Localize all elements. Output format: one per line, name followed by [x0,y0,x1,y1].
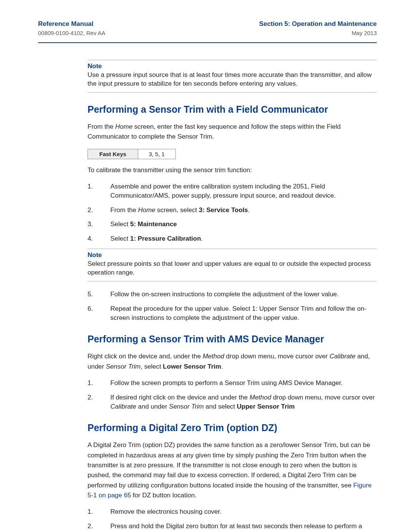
page-header: Reference Manual 00809-0100-4102, Rev AA… [38,20,377,37]
bold-label: 5: Maintenance [130,220,177,228]
steps-list: 5. Follow the on-screen instructions to … [88,290,377,322]
step-text: Follow the screen prompts to perform a S… [110,379,377,388]
note-block: Note Select pressure points so that lowe… [88,249,377,281]
step-text: Repeat the procedure for the upper value… [110,304,377,323]
note-label: Note [88,62,377,70]
method-italic: Method [202,353,224,360]
header-left-title: Reference Manual [38,20,105,29]
section-intro: A Digital Zero Trim (option DZ) provides… [88,440,377,500]
step-item: 5. Follow the on-screen instructions to … [88,290,377,299]
step-item: 2. Press and hold the Digital zero butto… [88,522,377,532]
step-number: 4. [88,234,110,243]
header-right-title: Section 5: Operation and Maintenance [259,20,377,29]
home-italic: Home [138,206,155,214]
calibrate-italic: Calibrate [110,403,136,410]
fast-keys-label: Fast Keys [88,149,138,159]
step-text: Assemble and power the entire calibratio… [110,182,377,200]
step-number: 2. [88,206,110,215]
method-italic: Method [250,394,271,401]
step-text: Follow the on-screen instructions to com… [110,290,377,299]
step-text: From the Home screen, select 3: Service … [110,206,377,215]
step-item: 4. Select 1: Pressure Calibration. [88,234,377,243]
step-item: 2. From the Home screen, select 3: Servi… [88,206,377,215]
step-number: 5. [88,290,110,299]
step-item: 2. If desired right click on the device … [88,393,377,411]
steps-list: 1. Assemble and power the entire calibra… [88,182,377,243]
section-intro: From the Home screen, enter the fast key… [88,122,377,142]
step-text: If desired right click on the device and… [110,393,377,411]
header-rule [38,42,377,43]
step-text: Remove the electronics housing cover. [110,507,377,516]
step-number: 1. [88,379,110,388]
section-heading-ams: Performing a Sensor Trim with AMS Device… [88,334,377,345]
step-number: 2. [88,522,110,532]
calibrate-italic: Calibrate [330,353,355,360]
sensor-trim-italic: Sensor Trim [106,363,140,370]
step-number: 3. [88,220,110,229]
step-item: 6. Repeat the procedure for the upper va… [88,304,377,323]
step-item: 1. Remove the electronics housing cover. [88,507,377,516]
header-left-sub: 00809-0100-4102, Rev AA [38,29,105,37]
step-text: Select 5: Maintenance [110,220,377,229]
bold-label: Lower Sensor Trim [163,363,221,370]
step-text: Press and hold the Digital zero button f… [110,522,377,532]
fast-keys-table: Fast Keys 3, 5, 1 [88,149,176,159]
steps-list: 1. Follow the screen prompts to perform … [88,379,377,411]
fast-keys-value: 3, 5, 1 [138,149,175,159]
step-item: 3. Select 5: Maintenance [88,220,377,229]
steps-list: 1. Remove the electronics housing cover.… [88,507,377,532]
step-number: 2. [88,393,110,411]
bold-label: 3: Service Tools [199,206,248,214]
step-number: 6. [88,304,110,323]
bold-label: 1: Pressure Calibration [130,235,201,242]
step-text: Select 1: Pressure Calibration. [110,234,377,243]
section-heading-digital-zero: Performing a Digital Zero Trim (option D… [88,422,377,433]
bold-label: Upper Sensor Trim [237,403,295,410]
note-body: Use a pressure input source that is at l… [88,71,377,88]
step-number: 1. [88,507,110,516]
note-block: Note Use a pressure input source that is… [88,60,377,93]
sensor-trim-italic: Sensor Trim [169,403,204,410]
note-label: Note [88,251,377,259]
section-intro: Right click on the device and, under the… [88,351,377,372]
section-heading-field-communicator: Performing a Sensor Trim with a Field Co… [88,104,377,115]
home-italic: Home [115,123,132,130]
step-item: 1. Follow the screen prompts to perform … [88,379,377,388]
note-body: Select pressure points so that lower and… [88,260,377,277]
section-intro-2: To calibrate the transmitter using the s… [88,165,377,175]
header-right-sub: May 2013 [259,29,377,37]
step-number: 1. [88,182,110,200]
step-item: 1. Assemble and power the entire calibra… [88,182,377,200]
